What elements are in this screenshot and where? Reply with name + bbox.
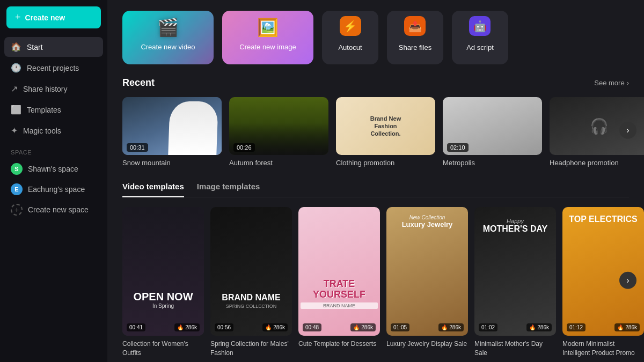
recent-scroll-right-button[interactable]: › (619, 122, 636, 139)
home-icon: 🏠 (11, 42, 21, 52)
eachung-avatar: E (11, 183, 23, 195)
sidebar-item-label-share: Share history (23, 85, 67, 93)
template-row: OPEN NOW In Spring 00:41 🔥 286k Collecti… (122, 207, 629, 358)
autocut-icon: ⚡ (340, 16, 361, 36)
ad-script-card[interactable]: 🤖 Ad script (452, 11, 508, 64)
template-badge-4: 01:05 🔥 286k (386, 323, 468, 331)
template-badge-2: 00:56 🔥 286k (210, 323, 292, 331)
shawn-space-label: Shawn's space (28, 165, 78, 173)
recent-duration-metro: 02:10 (447, 143, 469, 152)
share-files-label: Share files (399, 43, 431, 51)
template-title-3: Cute Template for Desserts (298, 339, 380, 349)
recent-title: Recent (122, 77, 155, 88)
space-item-shawn[interactable]: S Shawn's space (4, 159, 103, 179)
ad-script-icon: 🤖 (469, 16, 491, 36)
quick-actions-row: 🎬 Create new video 🖼️ Create new image ⚡… (122, 0, 629, 77)
template-title-5: Minimalist Mother's Day Sale (474, 339, 556, 358)
recent-thumb-metro: 02:10 (443, 97, 542, 155)
recent-section-header: Recent See more › (122, 77, 629, 88)
recent-row: 00:31 Snow mountain 00:26 Autumn forest … (122, 97, 629, 167)
template-tabs: Video templates Image templates (122, 182, 629, 197)
recent-title-forest: Autumn forest (229, 159, 328, 167)
template-card-1[interactable]: OPEN NOW In Spring 00:41 🔥 286k Collecti… (122, 207, 204, 358)
share-files-icon: 📤 (404, 16, 426, 36)
create-new-label: Create new (25, 13, 65, 22)
clock-icon: 🕐 (11, 63, 21, 73)
template-title-6: Modern Minimalist Intelligent Product Pr… (562, 339, 644, 358)
template-badge-6: 01:12 🔥 286k (562, 323, 644, 331)
template-thumb-5: Happy MOTHER'S DAY 01:02 🔥 286k (474, 207, 556, 336)
sidebar-item-templates[interactable]: ⬜ Templates (4, 100, 103, 120)
recent-duration-mountain: 00:31 (127, 143, 148, 152)
space-item-eachung[interactable]: E Eachung's space (4, 179, 103, 200)
recent-title-mountain: Snow mountain (122, 159, 222, 167)
template-title-1: Collection for Women's Outfits (122, 339, 204, 358)
template-badge-5: 01:02 🔥 286k (474, 323, 556, 331)
template-badge-3: 00:48 🔥 286k (298, 323, 380, 331)
video-card-icon: 🎬 (157, 17, 179, 38)
sidebar-item-magic[interactable]: ✦ Magic tools (4, 121, 103, 141)
template-card-3[interactable]: TRATEYOURSELF BRAND NAME 00:48 🔥 286k Cu… (298, 207, 380, 358)
share-files-card[interactable]: 📤 Share files (387, 11, 443, 64)
templates-icon: ⬜ (11, 105, 21, 115)
template-thumb-6: TOP ELECTRICS 01:12 🔥 286k (562, 207, 644, 336)
sidebar-item-start[interactable]: 🏠 Start (4, 37, 103, 57)
template-card-5[interactable]: Happy MOTHER'S DAY 01:02 🔥 286k Minimali… (474, 207, 556, 358)
recent-thumb-forest: 00:26 (229, 97, 328, 155)
plus-circle-icon: + (11, 204, 23, 216)
sidebar-item-label-templates: Templates (27, 106, 61, 114)
main-content: 🎬 Create new video 🖼️ Create new image ⚡… (107, 0, 644, 362)
sidebar-nav: 🏠 Start 🕐 Recent projects ↗ Share histor… (0, 37, 107, 141)
space-section-label: SPACE (0, 141, 107, 159)
autocut-label: Autocut (338, 43, 362, 51)
create-image-card[interactable]: 🖼️ Create new image (222, 11, 313, 64)
recent-title-clothing: Clothing promotion (336, 159, 435, 167)
sidebar: + Create new 🏠 Start 🕐 Recent projects ↗… (0, 0, 107, 362)
template-thumb-2: BRAND NAME SPRING COLLECTION 00:56 🔥 286… (210, 207, 292, 336)
tab-image-templates[interactable]: Image templates (197, 182, 260, 197)
eachung-space-label: Eachung's space (28, 185, 85, 194)
shawn-avatar: S (11, 163, 23, 175)
template-row-wrapper: OPEN NOW In Spring 00:41 🔥 286k Collecti… (122, 207, 629, 358)
sidebar-item-label-recent: Recent projects (27, 64, 79, 72)
recent-thumb-mountain: 00:31 (122, 97, 222, 155)
recent-row-wrapper: 00:31 Snow mountain 00:26 Autumn forest … (122, 97, 629, 167)
create-video-label: Create new video (141, 43, 195, 51)
template-thumb-3: TRATEYOURSELF BRAND NAME 00:48 🔥 286k (298, 207, 380, 336)
image-card-icon: 🖼️ (257, 17, 279, 38)
template-scroll-right-button[interactable]: › (619, 272, 636, 289)
recent-card-forest[interactable]: 00:26 Autumn forest (229, 97, 328, 167)
recent-duration-forest: 00:26 (233, 143, 255, 152)
template-card-4[interactable]: New Collection Luxury Jewelry 01:05 🔥 28… (386, 207, 468, 358)
autocut-card[interactable]: ⚡ Autocut (322, 11, 378, 64)
recent-card-metro[interactable]: 02:10 Metropolis (443, 97, 542, 167)
sidebar-item-label-magic: Magic tools (23, 127, 61, 135)
template-title-4: Luxury Jewelry Display Sale (386, 339, 468, 349)
ad-script-label: Ad script (466, 43, 494, 51)
share-icon: ↗ (11, 84, 18, 94)
tab-video-templates[interactable]: Video templates (122, 182, 184, 197)
see-more-link[interactable]: See more › (594, 79, 629, 87)
plus-icon: + (15, 12, 21, 23)
create-image-label: Create new image (239, 43, 296, 51)
recent-thumb-clothing: Brand NewFashionCollection. (336, 97, 435, 155)
recent-card-clothing[interactable]: Brand NewFashionCollection. Clothing pro… (336, 97, 435, 167)
recent-title-headphone: Headphone promotion (550, 159, 644, 167)
template-title-2: Spring Collection for Males' Fashion (210, 339, 292, 358)
sidebar-item-share[interactable]: ↗ Share history (4, 79, 103, 99)
recent-title-metro: Metropolis (443, 159, 542, 167)
magic-icon: ✦ (11, 125, 18, 136)
create-video-card[interactable]: 🎬 Create new video (122, 11, 214, 64)
template-badge-1: 00:41 🔥 286k (122, 323, 204, 331)
template-card-2[interactable]: BRAND NAME SPRING COLLECTION 00:56 🔥 286… (210, 207, 292, 358)
create-space-button[interactable]: + Create new space (4, 200, 103, 220)
sidebar-item-label-start: Start (27, 43, 43, 51)
recent-card-mountain[interactable]: 00:31 Snow mountain (122, 97, 222, 167)
template-thumb-4: New Collection Luxury Jewelry 01:05 🔥 28… (386, 207, 468, 336)
create-space-label: Create new space (28, 205, 89, 214)
template-thumb-1: OPEN NOW In Spring 00:41 🔥 286k (122, 207, 204, 336)
create-new-button[interactable]: + Create new (6, 6, 101, 28)
sidebar-item-recent[interactable]: 🕐 Recent projects (4, 58, 103, 78)
